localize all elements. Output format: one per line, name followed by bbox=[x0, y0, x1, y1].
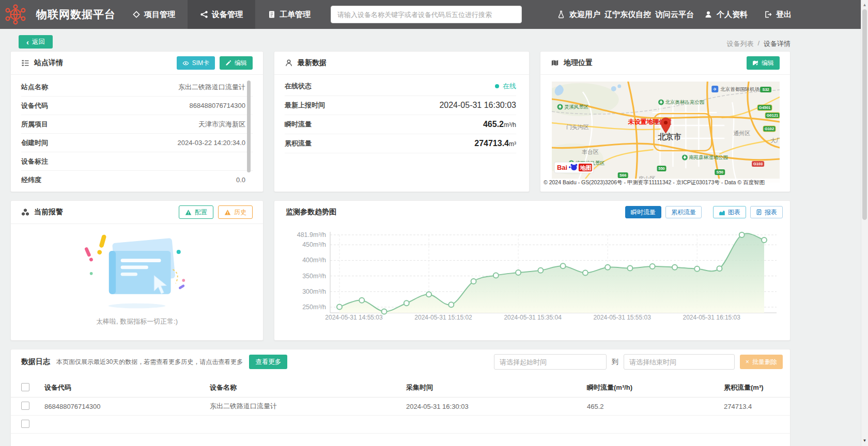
road-badge: G0121 bbox=[767, 113, 778, 118]
logout-icon bbox=[764, 10, 772, 19]
company-name[interactable]: 辽宁东仪自控 bbox=[605, 0, 651, 29]
total-flow-tab[interactable]: 累积流量 bbox=[665, 206, 702, 218]
table-row: 868488076714300 东出二铁路道口流量计 2024-05-31 16… bbox=[11, 397, 790, 416]
online-status-row: 在线状态 在线 bbox=[285, 77, 516, 96]
district-label: 门头沟区 bbox=[566, 124, 589, 130]
instant-flow-tab[interactable]: 瞬时流量 bbox=[625, 206, 661, 218]
svg-text:250m³/h: 250m³/h bbox=[302, 304, 326, 311]
row-checkbox[interactable] bbox=[21, 420, 29, 428]
district-label: 通州区 bbox=[733, 130, 750, 136]
data-log-card: 数据日志 本页面仅展示最近30天的数据，若需查看更多历史，请点击查看更多 查看更… bbox=[10, 349, 791, 446]
breadcrumb: 设备列表 / 设备详情 bbox=[726, 39, 791, 49]
site-edit-button[interactable]: 编辑 bbox=[220, 56, 253, 70]
trend-title: 监测参数趋势图 bbox=[286, 208, 336, 217]
svg-text:地图: 地图 bbox=[580, 165, 592, 171]
instant-flow-row: 瞬时流量 465.2m³/h bbox=[285, 115, 516, 134]
menu-item-projects[interactable]: 项目管理 bbox=[120, 0, 188, 29]
select-all-checkbox[interactable] bbox=[21, 383, 29, 391]
empty-state-illustration bbox=[78, 232, 196, 311]
workorder-icon bbox=[268, 10, 276, 19]
alarms-card: 当前报警 配置 历史 bbox=[10, 200, 264, 341]
road-badge: S66 bbox=[619, 173, 626, 178]
breadcrumb-device-list[interactable]: 设备列表 bbox=[726, 39, 753, 49]
scroll-up-icon[interactable]: ▲ bbox=[861, 3, 868, 8]
site-detail-card: 站点详情 SIM卡 编辑 站点名称东出二铁路道口流量计 设备代码86848807… bbox=[10, 51, 264, 192]
svg-text:Bai: Bai bbox=[557, 164, 567, 171]
baidu-map[interactable]: S32 G4501 G0121 G102 S50 S66 G103 550 灵溪… bbox=[552, 82, 780, 183]
alarms-empty-text: 太棒啦, 数据指标一切正常:) bbox=[96, 317, 178, 326]
city-label: 北京市 bbox=[658, 132, 681, 141]
location-title: 地理位置 bbox=[564, 58, 593, 68]
svg-text:✈: ✈ bbox=[713, 87, 717, 92]
online-dot bbox=[495, 84, 499, 88]
menu-item-devices[interactable]: 设备管理 bbox=[188, 0, 255, 29]
map-canvas: S32 G4501 G0121 G102 S50 S66 G103 550 灵溪… bbox=[552, 82, 780, 183]
end-time-input[interactable] bbox=[624, 354, 735, 370]
svg-text:2024-05-31 15:35:04: 2024-05-31 15:35:04 bbox=[504, 314, 562, 321]
scroll-down-icon[interactable]: ▼ bbox=[861, 438, 868, 443]
breadcrumb-separator: / bbox=[757, 39, 760, 49]
report-time-row: 最新上报时间 2024-05-31 16:30:03 bbox=[285, 96, 516, 115]
poi-label: 北京首都国际机场 bbox=[720, 86, 760, 92]
sim-card-button[interactable]: SIM卡 bbox=[177, 56, 215, 70]
view-more-button[interactable]: 查看更多 bbox=[249, 355, 287, 369]
page-scrollbar[interactable]: ▲ ▼ bbox=[861, 0, 868, 446]
logout-button[interactable]: 登出 bbox=[764, 0, 792, 29]
poi-label: 北京奥林匹克公园 bbox=[665, 99, 705, 105]
alarm-history-button[interactable]: 历史 bbox=[218, 205, 253, 219]
svg-text:300m³/h: 300m³/h bbox=[302, 288, 326, 295]
location-card: 地理位置 编辑 bbox=[540, 51, 791, 192]
chevron-left-icon: ‹ bbox=[26, 38, 29, 46]
welcome-group[interactable]: 欢迎用户 辽宁东仪自控 访问云平台 bbox=[557, 0, 694, 29]
district-label: 丰台区 bbox=[582, 149, 599, 155]
road-badge: 550 bbox=[658, 166, 664, 171]
report-view-button[interactable]: 报表 bbox=[750, 206, 783, 218]
visit-cloud-link[interactable]: 访问云平台 bbox=[655, 0, 694, 29]
top-navbar: 物联网数据平台 项目管理 设备管理 工单管理 ? 帮助文档 欢迎用户 辽 bbox=[0, 0, 868, 29]
page-scrollbar-thumb[interactable] bbox=[862, 9, 867, 220]
warning-triangle-icon bbox=[224, 209, 231, 216]
svg-text:481.9m³/h: 481.9m³/h bbox=[297, 231, 326, 238]
chart-view-button[interactable]: 图表 bbox=[713, 206, 746, 218]
panel-scrollbar-thumb[interactable] bbox=[247, 81, 251, 172]
profile-link[interactable]: 个人资料 bbox=[704, 0, 748, 29]
menu-item-workorders[interactable]: 工单管理 bbox=[255, 0, 323, 29]
trend-chart: 250m³/h300m³/h350m³/h400m³/h450m³/h481.9… bbox=[285, 225, 781, 331]
data-log-title: 数据日志 bbox=[21, 357, 50, 367]
svg-text:2024-05-31 14:55:03: 2024-05-31 14:55:03 bbox=[325, 314, 383, 321]
field-row-project: 所属项目天津市滨海新区 bbox=[21, 115, 253, 134]
project-icon bbox=[132, 10, 141, 19]
person-outline-icon bbox=[285, 59, 293, 67]
field-row-note: 设备标注 bbox=[21, 152, 253, 171]
road-badge: G102 bbox=[765, 126, 774, 131]
poi-label: 南苑森林湿地公园 bbox=[689, 154, 728, 160]
svg-text:2024-05-31 15:55:03: 2024-05-31 15:55:03 bbox=[593, 314, 651, 321]
edit-icon bbox=[225, 60, 231, 66]
app-title[interactable]: 物联网数据平台 bbox=[36, 0, 116, 29]
alarms-title: 当前报警 bbox=[34, 208, 63, 217]
area-chart-icon bbox=[719, 209, 725, 216]
map-icon bbox=[551, 59, 559, 67]
alarm-config-button[interactable]: 配置 bbox=[179, 205, 213, 219]
back-button[interactable]: ‹ 返回 bbox=[19, 35, 53, 49]
batch-delete-button[interactable]: × 批量删除 bbox=[740, 355, 783, 369]
breadcrumb-device-detail: 设备详情 bbox=[764, 39, 791, 49]
row-checkbox[interactable] bbox=[21, 402, 29, 410]
welcome-label: 欢迎用户 bbox=[569, 0, 600, 29]
report-time-value: 2024-05-31 16:30:03 bbox=[439, 101, 516, 110]
svg-text:2024-05-31 15:15:02: 2024-05-31 15:15:02 bbox=[414, 314, 472, 321]
latest-data-card: 最新数据 在线状态 在线 最新上报时间 2024-05-31 16:30:03 … bbox=[274, 51, 530, 192]
location-edit-button[interactable]: 编辑 bbox=[747, 56, 780, 70]
baidu-logo: Bai 地图 bbox=[554, 162, 594, 173]
total-flow-row: 累积流量 274713.4m³ bbox=[285, 134, 516, 153]
search-input[interactable] bbox=[331, 6, 522, 23]
field-row-created: 创建时间2024-03-22 14:20:34.0 bbox=[21, 134, 253, 152]
to-label: 到 bbox=[612, 357, 618, 367]
site-detail-title: 站点详情 bbox=[34, 58, 63, 68]
road-badge: G103 bbox=[753, 162, 763, 166]
devices-icon bbox=[200, 10, 208, 19]
road-badge: S32 bbox=[762, 87, 769, 92]
start-time-input[interactable] bbox=[494, 354, 607, 370]
close-icon: × bbox=[746, 358, 749, 365]
table-row bbox=[11, 416, 790, 434]
